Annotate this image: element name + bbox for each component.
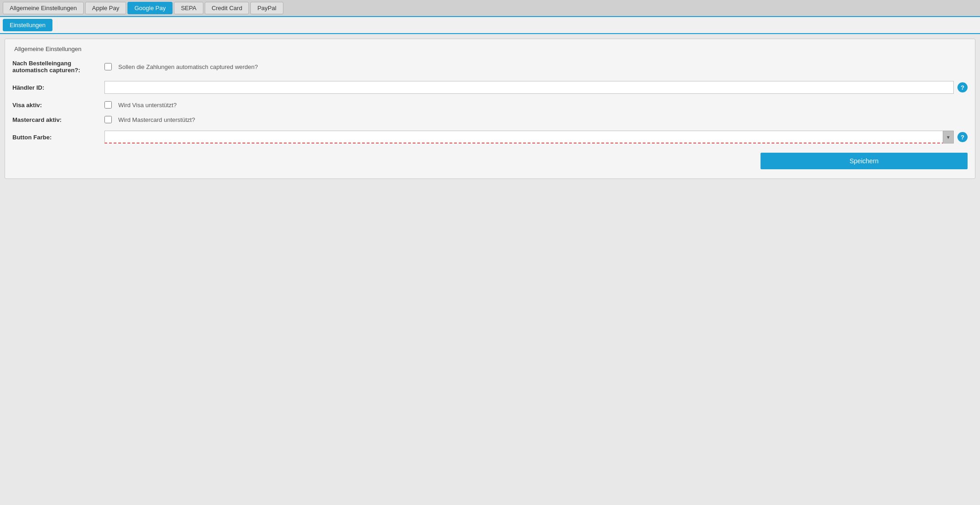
mastercard-active-control: Wird Mastercard unterstützt? [104, 116, 968, 123]
merchant-id-label: Händler ID: [12, 84, 104, 91]
save-button-row: Speichern [12, 153, 968, 169]
tab-paypal[interactable]: PayPal [250, 2, 283, 14]
tab-apple-pay[interactable]: Apple Pay [85, 2, 126, 14]
sub-tab-bar: Einstellungen [0, 17, 980, 34]
visa-active-label: Visa aktiv: [12, 102, 104, 109]
merchant-id-control: ? [104, 81, 968, 94]
panel-title: Allgemeine Einstellungen [12, 46, 83, 52]
visa-active-row: Visa aktiv: Wird Visa unterstützt? [12, 101, 968, 109]
mastercard-active-label: Mastercard aktiv: [12, 116, 104, 123]
tab-allgemeine-einstellungen[interactable]: Allgemeine Einstellungen [3, 2, 84, 14]
tab-google-pay[interactable]: Google Pay [127, 2, 173, 14]
auto-capture-label: Nach Bestelleingang automatisch capturen… [12, 60, 104, 74]
button-color-help-button[interactable]: ? [957, 132, 968, 142]
auto-capture-control: Sollen die Zahlungen automatisch capture… [104, 63, 968, 70]
merchant-id-input[interactable] [104, 81, 954, 94]
auto-capture-checkbox[interactable] [104, 63, 112, 70]
settings-panel: Allgemeine Einstellungen Nach Bestellein… [5, 39, 975, 179]
tab-sepa[interactable]: SEPA [174, 2, 203, 14]
save-button[interactable]: Speichern [761, 153, 968, 169]
mastercard-active-row: Mastercard aktiv: Wird Mastercard unters… [12, 116, 968, 123]
mastercard-active-checkbox-label: Wird Mastercard unterstützt? [118, 116, 195, 123]
top-tab-bar: Allgemeine Einstellungen Apple Pay Googl… [0, 0, 980, 17]
visa-active-checkbox[interactable] [104, 101, 112, 109]
visa-active-control: Wird Visa unterstützt? [104, 101, 968, 109]
tab-credit-card[interactable]: Credit Card [205, 2, 249, 14]
merchant-id-help-button[interactable]: ? [957, 82, 968, 92]
auto-capture-row: Nach Bestelleingang automatisch capturen… [12, 60, 968, 74]
button-color-label: Button Farbe: [12, 134, 104, 141]
auto-capture-checkbox-label: Sollen die Zahlungen automatisch capture… [118, 63, 258, 70]
visa-active-checkbox-label: Wird Visa unterstützt? [118, 102, 177, 109]
mastercard-active-checkbox[interactable] [104, 116, 112, 123]
button-color-control: ▼ ? [104, 131, 968, 143]
tab-einstellungen[interactable]: Einstellungen [3, 19, 52, 31]
button-color-select[interactable] [104, 131, 954, 143]
main-content: Allgemeine Einstellungen Nach Bestellein… [0, 34, 980, 184]
button-color-row: Button Farbe: ▼ ? [12, 131, 968, 143]
merchant-id-row: Händler ID: ? [12, 81, 968, 94]
